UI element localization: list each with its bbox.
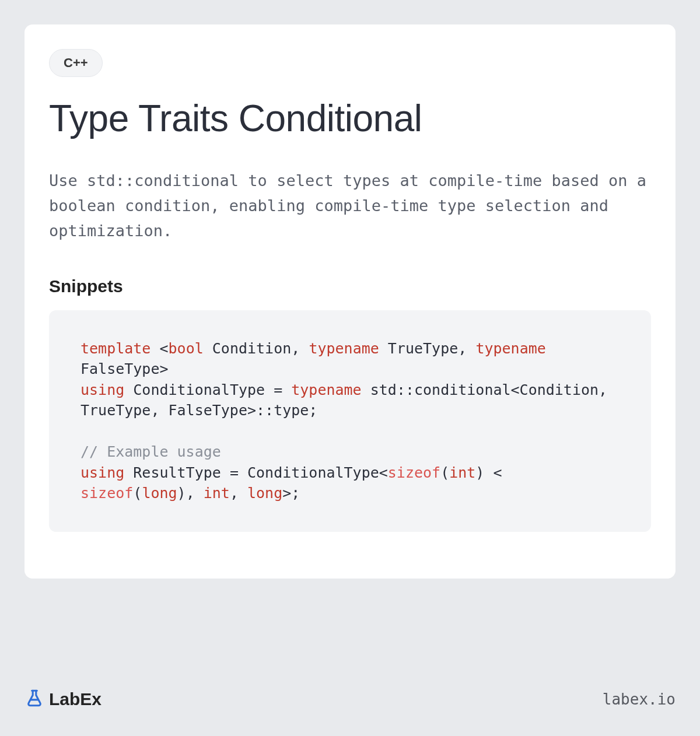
brand-logo: LabEx <box>24 688 102 710</box>
footer: LabEx labex.io <box>24 688 676 710</box>
page-title: Type Traits Conditional <box>49 97 651 140</box>
description-text: Use std::conditional to select types at … <box>49 168 651 244</box>
code-snippet: template <bool Condition, typename TrueT… <box>49 310 651 532</box>
snippets-heading: Snippets <box>49 276 651 296</box>
site-url: labex.io <box>603 691 676 708</box>
brand-name: LabEx <box>49 689 102 709</box>
content-card: C++ Type Traits Conditional Use std::con… <box>24 24 676 579</box>
language-badge: C++ <box>49 49 103 77</box>
flask-icon <box>24 688 44 710</box>
